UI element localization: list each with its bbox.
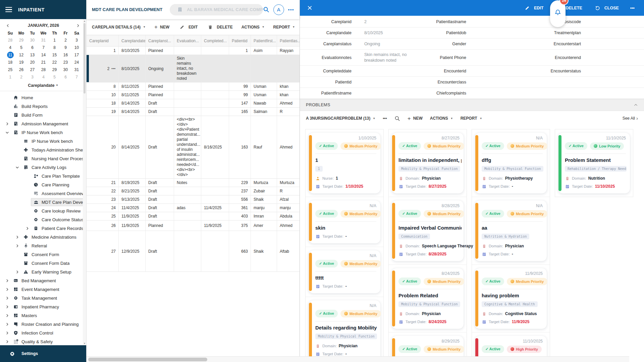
calendar-day[interactable]: 29 [49, 66, 60, 73]
sidebar-item-ip-nurse-work-bench[interactable]: IP Nurse Work bench [0, 137, 86, 145]
sidebar-item-mdt-care-plan-develo[interactable]: MDT Care Plan Develo [0, 198, 86, 206]
detail-close-button[interactable]: CLOSE [594, 5, 619, 10]
column-header-patientid[interactable]: Patientid [229, 35, 251, 46]
chevron-right-icon[interactable] [13, 270, 21, 274]
table-row[interactable]: 228/21/2025Draft237ZubairR [87, 187, 300, 195]
calendar-day[interactable]: 7 [38, 44, 49, 51]
sidebar-item-masters[interactable]: Masters [0, 311, 86, 320]
problem-card[interactable]: N/A✓ ActiveMedium PrioritytttttTarget Da… [309, 250, 380, 293]
column-header-careplanid[interactable]: Careplanid [87, 35, 119, 46]
calendar-day[interactable]: 16 [60, 52, 71, 59]
detail-more-icon[interactable]: ••• [630, 6, 635, 10]
see-all-link[interactable]: See All › [623, 116, 638, 121]
sidebar-item-care-activity-logs[interactable]: Care Activity Logs [0, 163, 86, 172]
chevron-right-icon[interactable] [3, 314, 11, 317]
calendar-day[interactable]: 24 [71, 59, 82, 66]
sidebar-item-infection-control[interactable]: Infection Control [0, 328, 86, 337]
scroll-down-icon[interactable]: ▼ [83, 342, 86, 345]
table-row[interactable]: 239/13/2025Draft556ShaikAfzal [87, 195, 300, 204]
calendar-day[interactable]: 27 [27, 66, 38, 73]
sidebar-item-assessment-overview[interactable]: Assessment Overview [0, 189, 86, 198]
chevron-right-icon[interactable] [13, 235, 21, 239]
calendar-day[interactable]: 6 [60, 74, 71, 81]
calendar-day[interactable]: 20 [27, 59, 38, 66]
calendar-day[interactable]: 17 [71, 52, 82, 59]
calendar-day[interactable]: 3 [27, 74, 38, 81]
table-row[interactable]: 218/19/2025DraftNotes229MurtuzaMurtuza [87, 179, 300, 187]
new-button[interactable]: + NEW [154, 24, 169, 30]
chevron-right-icon[interactable] [23, 227, 31, 230]
problems-actions-dropdown[interactable]: ACTIONS ▼ [430, 116, 453, 121]
column-header-careplandate[interactable]: Careplandate [119, 35, 146, 46]
calendar-day[interactable]: 4 [38, 74, 49, 81]
calendar-day[interactable]: 14 [38, 52, 49, 59]
sidebar-item-todays-administration-she[interactable]: Todays Administration She [0, 145, 86, 154]
sidebar-item-inpatient-pharmacy[interactable]: Inpatient Pharmacy [0, 302, 86, 311]
table-row[interactable]: 18/10/2025Planned1AsimRayyan [87, 47, 300, 55]
problem-card[interactable]: 11/10/2025✓ ActiveLow PriorityProblem St… [558, 133, 630, 193]
calendar-day[interactable]: 2 [16, 74, 27, 81]
sidebar-item-ip-nurse-work-bench[interactable]: IP Nurse Work bench [0, 128, 86, 137]
calendar-day[interactable]: 31 [38, 37, 49, 44]
sidebar-item-care-outcome-status[interactable]: Care Outcome Status [0, 215, 86, 224]
calendar-next-icon[interactable] [76, 24, 81, 27]
calendar-day[interactable]: 2 [60, 37, 71, 44]
horizontal-scrollbar-thumb[interactable] [88, 358, 207, 361]
close-icon[interactable] [307, 5, 312, 10]
column-header-evaluation[interactable]: Evaluation... [174, 35, 201, 46]
table-row[interactable]: 2411/4/2025Draftadas11/4/2025361manjuman… [87, 204, 300, 212]
report-dropdown[interactable]: REPORT ▼ [273, 25, 295, 29]
table-row[interactable]: 208/14/2025Draft<div><br> </div> <div>Pa… [87, 116, 300, 179]
calendar-day[interactable]: 30 [27, 37, 38, 44]
chevron-right-icon[interactable] [3, 296, 11, 300]
calendar-day[interactable]: 23 [60, 59, 71, 66]
problems-new-button[interactable]: + NEW [408, 116, 423, 121]
avatar[interactable]: A [273, 4, 284, 15]
sidebar-item-medicine-admistrations[interactable]: Medicine Admistrations [0, 233, 86, 241]
chevron-down-icon[interactable] [3, 131, 11, 134]
calendar-day[interactable]: 21 [38, 59, 49, 66]
notifications-button[interactable]: 26 [550, 0, 566, 27]
table-row[interactable]: 108/11/2025Planned99Usmankhan [87, 91, 300, 99]
calendar-day[interactable]: 9 [60, 44, 71, 51]
calendar-day[interactable]: 8 [49, 44, 60, 51]
search-icon[interactable] [263, 6, 269, 13]
calendar-day[interactable]: 10 [71, 44, 82, 51]
problem-card[interactable]: 11/9/2025✓ ActiveMedium Priorityhaving p… [475, 268, 547, 329]
chevron-right-icon[interactable] [3, 331, 11, 335]
calendar-day[interactable]: 4 [5, 44, 16, 51]
sidebar-item-early-warning-setup[interactable]: Early Warning Setup [0, 267, 86, 276]
sidebar-item-build-reports[interactable]: Build Reports [0, 102, 86, 111]
sidebar-scrollbar[interactable]: ▲ ▼ [83, 19, 86, 345]
problem-card[interactable]: N/A✓ ActiveMedium PrioritydffgMobility &… [475, 133, 547, 193]
problem-card[interactable]: N/A✓ ActiveMedium PriorityskinTarget Dat… [309, 200, 380, 243]
calendar-day[interactable]: 7 [71, 74, 82, 81]
problem-card[interactable]: 8/28/2025✓ ActiveMedium PriorityImpaired… [392, 200, 464, 261]
problem-card[interactable]: 8/27/2025✓ ActiveMedium Prioritylimitati… [392, 133, 464, 193]
calendar-day[interactable]: 15 [49, 52, 60, 59]
calendar-day[interactable]: 5 [49, 74, 60, 81]
delete-button[interactable]: DELETE [206, 25, 232, 29]
problem-card[interactable]: N/A✓ ActiveMedium PriorityaaNutrition & … [475, 200, 547, 261]
edit-button[interactable]: EDIT [178, 25, 198, 29]
table-row[interactable]: 2712/9/2025Draft663ShaikAftab [87, 231, 300, 272]
table-row[interactable]: 2•••8/10/2025OngoingSkin remains intact,… [87, 55, 300, 82]
problem-card[interactable]: 8/24/2025✓ ActiveMedium PriorityProblem … [392, 268, 464, 329]
more-options-icon[interactable]: ••• [288, 7, 294, 12]
sidebar-item-roster-creation-and-planning[interactable]: Roster Creation and Planning [0, 320, 86, 328]
table-row[interactable]: 198/14/2025Draft165SalmanR [87, 108, 300, 116]
sidebar-item-patient-care-records[interactable]: Patient Care Records [0, 224, 86, 233]
horizontal-scrollbar[interactable] [87, 356, 629, 362]
chevron-right-icon[interactable] [3, 288, 11, 291]
problems-search-icon[interactable] [394, 116, 400, 121]
sidebar-item-admission-management[interactable]: Admission Management [0, 119, 86, 128]
calendar-day[interactable]: 29 [16, 37, 27, 44]
scroll-up-icon[interactable]: ▲ [83, 20, 86, 22]
sidebar-item-care-planning[interactable]: Care Planning [0, 180, 86, 189]
calendar-day[interactable]: 31 [71, 66, 82, 73]
chevron-right-icon[interactable] [3, 322, 11, 326]
calendar-day[interactable]: 6 [27, 44, 38, 51]
calendar-day[interactable]: 11 [5, 52, 16, 59]
column-header-completed[interactable]: Completed... [201, 35, 229, 46]
detail-delete-button[interactable]: DELETE 26 [555, 6, 582, 10]
